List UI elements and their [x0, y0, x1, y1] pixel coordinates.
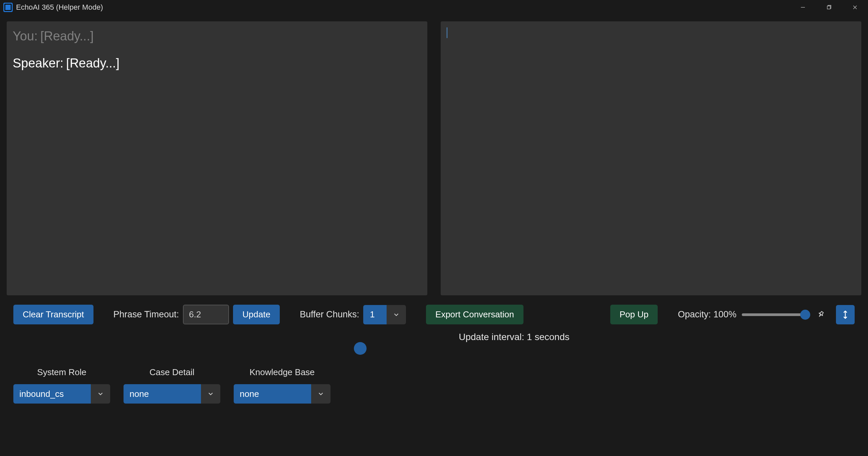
update-interval-label: Update interval: 1 seconds [459, 332, 569, 342]
transcript-panel: You: [Ready...] Speaker: [Ready...] [7, 21, 427, 295]
selectors-row: System Role inbound_cs Case Detail none … [7, 365, 861, 403]
buffer-chunks-label: Buffer Chunks: [300, 309, 359, 320]
speaker-status: [Ready...] [66, 54, 120, 72]
close-button[interactable] [842, 0, 868, 15]
update-button[interactable]: Update [233, 305, 280, 324]
output-panel[interactable] [441, 21, 861, 295]
case-detail-value: none [124, 384, 201, 403]
phrase-timeout-label: Phrase Timeout: [114, 309, 179, 320]
minimize-button[interactable] [790, 0, 816, 15]
you-line: You: [Ready...] [13, 27, 421, 45]
system-role-value: inbound_cs [13, 384, 91, 403]
update-interval-thumb[interactable] [354, 342, 367, 355]
text-cursor [447, 27, 447, 38]
system-role-label: System Role [24, 365, 99, 380]
main-panels: You: [Ready...] Speaker: [Ready...] [7, 21, 861, 295]
pop-up-button[interactable]: Pop Up [610, 305, 658, 324]
speaker-prefix: Speaker: [13, 54, 63, 72]
opacity-slider[interactable] [742, 313, 805, 316]
opacity-label: Opacity: 100% [678, 309, 737, 320]
chevron-down-icon[interactable] [91, 384, 110, 403]
svg-rect-1 [827, 6, 830, 9]
knowledge-base-label: Knowledge Base [237, 365, 327, 380]
system-role-dropdown[interactable]: inbound_cs [13, 384, 110, 403]
buffer-chunks-dropdown[interactable]: 1 [363, 305, 406, 324]
speaker-line: Speaker: [Ready...] [13, 54, 421, 72]
knowledge-base-block: Knowledge Base none [234, 365, 331, 403]
titlebar: EchoAI 365 (Helper Mode) [0, 0, 868, 15]
pin-button[interactable] [812, 306, 829, 323]
case-detail-label: Case Detail [137, 365, 207, 380]
you-prefix: You: [13, 27, 38, 45]
window-controls [790, 0, 868, 15]
knowledge-base-value: none [234, 384, 311, 403]
case-detail-block: Case Detail none [124, 365, 220, 403]
app-icon [3, 3, 13, 12]
maximize-button[interactable] [816, 0, 842, 15]
chevron-down-icon[interactable] [201, 384, 220, 403]
export-conversation-button[interactable]: Export Conversation [426, 305, 524, 324]
knowledge-base-dropdown[interactable]: none [234, 384, 331, 403]
opacity-slider-thumb[interactable] [800, 310, 810, 320]
clear-transcript-button[interactable]: Clear Transcript [13, 305, 93, 324]
window-title: EchoAI 365 (Helper Mode) [16, 3, 103, 12]
system-role-block: System Role inbound_cs [13, 365, 110, 403]
case-detail-dropdown[interactable]: none [124, 384, 220, 403]
chevron-down-icon[interactable] [311, 384, 331, 403]
chevron-down-icon[interactable] [386, 305, 406, 324]
you-status: [Ready...] [40, 27, 94, 45]
phrase-timeout-input[interactable] [183, 305, 229, 324]
buffer-chunks-value: 1 [363, 305, 386, 324]
controls-row: Clear Transcript Phrase Timeout: Update … [7, 305, 861, 324]
expand-vertical-button[interactable] [836, 305, 855, 324]
interval-row: Update interval: 1 seconds [7, 332, 861, 348]
